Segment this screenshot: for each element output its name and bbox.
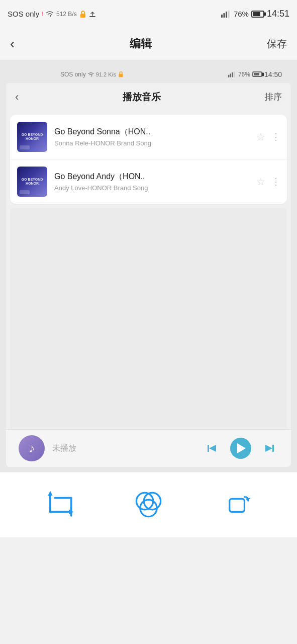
status-right: 76% 14:51 [221,9,289,19]
more-options-icon[interactable]: ⋮ [271,131,280,142]
inner-app-title: 播放音乐 [123,91,161,104]
lock-icon [79,10,87,18]
rotate-icon [220,488,255,523]
empty-playlist-area [10,208,287,429]
battery-fill [253,12,260,16]
skip-next-icon [262,441,276,455]
inner-lock-icon [118,71,124,77]
upload-icon [89,11,96,18]
bottom-toolbar [0,472,297,537]
svg-marker-14 [265,445,272,452]
back-button[interactable]: ‹ [10,37,15,51]
real-status-bar: SOS only ! 512 B/s 76% 14:51 [0,0,297,28]
inner-signal-icon [228,71,236,77]
svg-rect-4 [226,12,227,18]
song-info: Go Beyond Sonna（HON.. Sonna Rele-HONOR B… [54,127,249,147]
song-list: GO BEYOND HONOR Go Beyond Sonna（HON.. So… [10,115,287,204]
svg-rect-6 [119,74,123,77]
crop-svg-icon [43,489,76,521]
inner-battery-pct: 76% [238,71,250,78]
inner-status-left: SOS only 91.2 K/s [60,71,124,78]
svg-rect-10 [234,71,235,77]
crop-icon [42,488,77,523]
player-status-text: 未播放 [52,443,195,454]
song-artist: Sonna Rele-HONOR Brand Song [54,139,249,147]
rotate-tool-button[interactable] [215,482,260,528]
player-bar: ♪ 未播放 [6,429,291,467]
inner-screenshot-content: ‹ 播放音乐 排序 GO BEYOND HONOR Go Beyond Sonn… [6,83,291,467]
song-actions: ☆ ⋮ [256,176,280,188]
wifi-icon [45,11,54,17]
next-button[interactable] [260,439,278,457]
battery-percent: 76% [234,10,249,18]
main-header: ‹ 编辑 保存 [0,28,297,60]
song-item[interactable]: GO BEYOND HONOR Go Beyond Sonna（HON.. So… [10,115,287,159]
inner-speed: 91.2 K/s [96,71,116,77]
song-artist: Andy Love-HONOR Brand Song [54,184,249,192]
more-options-icon[interactable]: ⋮ [271,176,280,187]
status-left: SOS only ! 512 B/s [8,10,96,18]
inner-time: 14:50 [264,70,282,78]
header-title: 编辑 [130,36,152,51]
song-item[interactable]: GO BEYONDHONOR Go Beyond Andy（HON.. Andy… [10,159,287,204]
song-thumbnail: GO BEYOND HONOR [17,122,47,152]
play-icon [237,443,246,453]
thumb-label: GO BEYOND HONOR [17,132,47,142]
inner-sort-button[interactable]: 排序 [265,91,282,103]
filter-icon [131,488,166,523]
svg-rect-8 [230,73,231,77]
prev-button[interactable] [203,439,221,457]
svg-rect-1 [89,16,95,17]
filter-svg-icon [132,489,165,521]
favorite-icon[interactable]: ☆ [256,176,265,188]
time-display: 14:51 [267,9,289,19]
player-thumbnail: ♪ [19,435,45,461]
inner-status-bar: SOS only 91.2 K/s 76% 14:5 [0,65,297,83]
save-button[interactable]: 保存 [267,37,287,51]
filter-tool-button[interactable] [126,482,171,528]
svg-rect-7 [228,74,229,77]
svg-rect-0 [80,14,85,18]
player-controls [203,438,278,459]
svg-marker-19 [48,491,52,496]
inner-battery-icon [252,71,262,77]
warning-icon: ! [41,10,43,18]
inner-sos-text: SOS only [60,71,86,78]
rotate-svg-icon [221,489,254,521]
inner-battery-fill [254,73,259,75]
song-actions: ☆ ⋮ [256,131,280,143]
inner-wifi-icon [87,72,94,77]
svg-marker-12 [209,445,216,452]
crop-tool-button[interactable] [37,482,82,528]
favorite-icon[interactable]: ☆ [256,131,265,143]
battery-icon [251,11,264,18]
screenshot-preview-area: SOS only 91.2 K/s 76% 14:5 [0,60,297,472]
svg-rect-3 [223,13,225,18]
inner-status-right: 76% 14:50 [228,70,282,78]
svg-rect-5 [228,11,229,18]
speed-text: 512 B/s [56,11,77,18]
svg-rect-9 [232,72,233,77]
thumb-label: GO BEYONDHONOR [21,177,44,187]
song-title: Go Beyond Andy（HON.. [54,172,249,182]
music-note-icon: ♪ [29,441,35,455]
svg-rect-2 [221,15,223,18]
signal-icon [221,11,231,18]
svg-rect-24 [230,499,245,512]
svg-marker-13 [272,445,274,452]
inner-back-button[interactable]: ‹ [15,91,19,104]
play-button[interactable] [230,438,251,459]
song-thumbnail: GO BEYONDHONOR [17,167,47,197]
inner-app-header: ‹ 播放音乐 排序 [6,83,291,111]
skip-prev-icon [205,441,219,455]
sos-text: SOS only [8,10,39,18]
song-title: Go Beyond Sonna（HON.. [54,127,249,137]
svg-marker-11 [208,445,209,452]
song-info: Go Beyond Andy（HON.. Andy Love-HONOR Bra… [54,172,249,192]
